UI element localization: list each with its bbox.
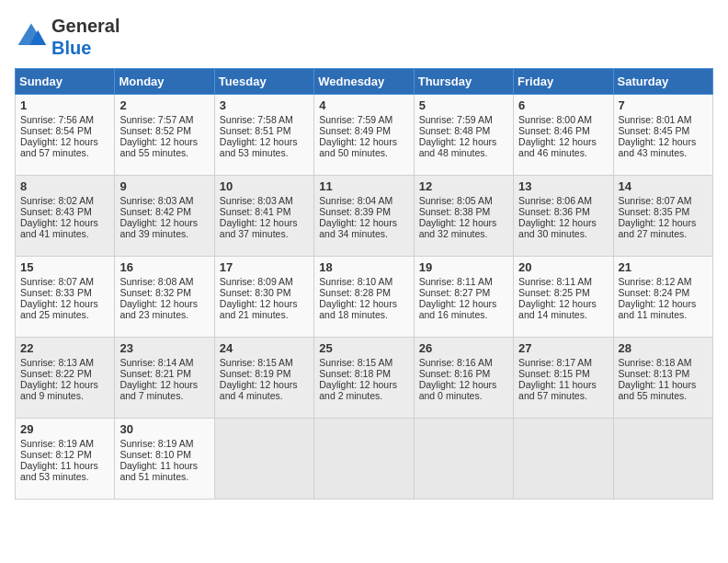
day-info-line: and 39 minutes. <box>119 228 209 239</box>
day-info-line: Daylight: 12 hours <box>619 217 708 228</box>
day-info-line: Sunset: 8:16 PM <box>419 368 508 379</box>
day-info-line: Sunset: 8:18 PM <box>319 368 408 379</box>
day-info-line: Sunset: 8:39 PM <box>319 206 408 217</box>
day-info-line: Sunset: 8:27 PM <box>419 287 508 298</box>
day-info-line: Sunset: 8:46 PM <box>518 125 608 136</box>
day-info-line: and 2 minutes. <box>319 390 408 401</box>
day-number: 29 <box>20 422 109 436</box>
day-info-line: Sunset: 8:52 PM <box>119 125 209 136</box>
day-info-line: Sunset: 8:36 PM <box>518 206 608 217</box>
day-number: 15 <box>20 260 109 274</box>
day-info-line: and 27 minutes. <box>619 228 708 239</box>
week-row-2: 8Sunrise: 8:02 AMSunset: 8:43 PMDaylight… <box>16 176 713 257</box>
general-blue-logo-icon <box>15 20 48 53</box>
day-info-line: Daylight: 12 hours <box>20 217 109 228</box>
calendar-cell: 14Sunrise: 8:07 AMSunset: 8:35 PMDayligh… <box>613 176 712 257</box>
day-info-line: and 4 minutes. <box>220 390 309 401</box>
day-number: 16 <box>119 260 209 274</box>
week-row-3: 15Sunrise: 8:07 AMSunset: 8:33 PMDayligh… <box>16 257 713 338</box>
calendar-cell: 30Sunrise: 8:19 AMSunset: 8:10 PMDayligh… <box>115 419 214 500</box>
calendar-cell <box>414 419 513 500</box>
day-info-line: Sunset: 8:12 PM <box>20 449 109 460</box>
day-info-line: and 55 minutes. <box>619 390 708 401</box>
day-number: 26 <box>419 341 508 355</box>
day-info-line: Sunset: 8:38 PM <box>419 206 508 217</box>
day-info-line: Sunrise: 8:15 AM <box>319 357 408 368</box>
day-info-line: and 46 minutes. <box>518 147 608 158</box>
day-info-line: Daylight: 11 hours <box>119 460 209 471</box>
calendar-cell <box>314 419 414 500</box>
day-info-line: Daylight: 12 hours <box>619 136 708 147</box>
day-info-line: Sunrise: 7:57 AM <box>119 114 209 125</box>
day-info-line: Daylight: 12 hours <box>419 217 508 228</box>
day-info-line: Sunset: 8:10 PM <box>119 449 209 460</box>
day-number: 19 <box>419 260 508 274</box>
day-info-line: Daylight: 12 hours <box>319 136 408 147</box>
day-info-line: Daylight: 12 hours <box>220 217 309 228</box>
day-info-line: Sunset: 8:35 PM <box>619 206 708 217</box>
day-info-line: Sunrise: 8:19 AM <box>119 438 209 449</box>
day-info-line: Sunrise: 7:58 AM <box>220 114 309 125</box>
day-info-line: Sunrise: 8:00 AM <box>518 114 608 125</box>
calendar-cell: 10Sunrise: 8:03 AMSunset: 8:41 PMDayligh… <box>214 176 313 257</box>
day-info-line: Daylight: 11 hours <box>20 460 109 471</box>
day-info-line: Sunset: 8:15 PM <box>518 368 608 379</box>
calendar-cell: 7Sunrise: 8:01 AMSunset: 8:45 PMDaylight… <box>613 95 712 176</box>
day-info-line: Sunrise: 8:19 AM <box>20 438 109 449</box>
day-number: 14 <box>619 179 708 193</box>
day-info-line: and 53 minutes. <box>220 147 309 158</box>
day-info-line: Sunset: 8:45 PM <box>619 125 708 136</box>
day-info-line: and 30 minutes. <box>518 228 608 239</box>
day-info-line: and 9 minutes. <box>20 390 109 401</box>
day-info-line: Daylight: 12 hours <box>518 217 608 228</box>
calendar-cell: 18Sunrise: 8:10 AMSunset: 8:28 PMDayligh… <box>314 257 414 338</box>
day-info-line: Sunrise: 8:09 AM <box>220 276 309 287</box>
calendar-cell: 1Sunrise: 7:56 AMSunset: 8:54 PMDaylight… <box>16 95 115 176</box>
calendar-cell: 5Sunrise: 7:59 AMSunset: 8:48 PMDaylight… <box>414 95 513 176</box>
day-info-line: Daylight: 12 hours <box>419 379 508 390</box>
calendar-cell: 29Sunrise: 8:19 AMSunset: 8:12 PMDayligh… <box>16 419 115 500</box>
week-row-5: 29Sunrise: 8:19 AMSunset: 8:12 PMDayligh… <box>16 419 713 500</box>
calendar-cell: 17Sunrise: 8:09 AMSunset: 8:30 PMDayligh… <box>214 257 313 338</box>
day-info-line: Sunset: 8:51 PM <box>220 125 309 136</box>
day-info-line: and 50 minutes. <box>319 147 408 158</box>
calendar-cell: 24Sunrise: 8:15 AMSunset: 8:19 PMDayligh… <box>214 338 313 419</box>
day-info-line: Sunrise: 8:03 AM <box>220 195 309 206</box>
day-info-line: Daylight: 11 hours <box>518 379 608 390</box>
day-info-line: Sunrise: 7:59 AM <box>419 114 508 125</box>
day-info-line: Sunset: 8:33 PM <box>20 287 109 298</box>
day-info-line: Daylight: 12 hours <box>319 217 408 228</box>
calendar-cell: 21Sunrise: 8:12 AMSunset: 8:24 PMDayligh… <box>613 257 712 338</box>
day-number: 10 <box>220 179 309 193</box>
logo: General Blue <box>15 15 119 59</box>
day-info-line: Sunset: 8:28 PM <box>319 287 408 298</box>
day-info-line: Sunrise: 8:14 AM <box>119 357 209 368</box>
weekday-header-tuesday: Tuesday <box>214 69 313 95</box>
day-info-line: Sunset: 8:24 PM <box>619 287 708 298</box>
weekday-header-sunday: Sunday <box>16 69 115 95</box>
day-info-line: Daylight: 12 hours <box>419 136 508 147</box>
calendar-cell: 6Sunrise: 8:00 AMSunset: 8:46 PMDaylight… <box>514 95 613 176</box>
day-info-line: Sunrise: 8:07 AM <box>20 276 109 287</box>
calendar-cell: 23Sunrise: 8:14 AMSunset: 8:21 PMDayligh… <box>115 338 214 419</box>
day-number: 13 <box>518 179 608 193</box>
day-info-line: and 53 minutes. <box>20 471 109 482</box>
day-info-line: Sunset: 8:54 PM <box>20 125 109 136</box>
day-info-line: and 16 minutes. <box>419 309 508 320</box>
day-info-line: Daylight: 12 hours <box>20 298 109 309</box>
day-info-line: and 14 minutes. <box>518 309 608 320</box>
day-info-line: Sunrise: 8:11 AM <box>518 276 608 287</box>
day-info-line: Sunrise: 8:05 AM <box>419 195 508 206</box>
day-number: 30 <box>119 422 209 436</box>
day-info-line: Daylight: 12 hours <box>220 298 309 309</box>
day-info-line: Sunrise: 8:07 AM <box>619 195 708 206</box>
calendar-cell: 16Sunrise: 8:08 AMSunset: 8:32 PMDayligh… <box>115 257 214 338</box>
day-info-line: Daylight: 12 hours <box>319 379 408 390</box>
day-number: 8 <box>20 179 109 193</box>
day-info-line: Sunrise: 8:04 AM <box>319 195 408 206</box>
day-info-line: and 34 minutes. <box>319 228 408 239</box>
weekday-header-saturday: Saturday <box>613 69 712 95</box>
day-info-line: Sunset: 8:43 PM <box>20 206 109 217</box>
day-number: 28 <box>619 341 708 355</box>
calendar-cell <box>613 419 712 500</box>
